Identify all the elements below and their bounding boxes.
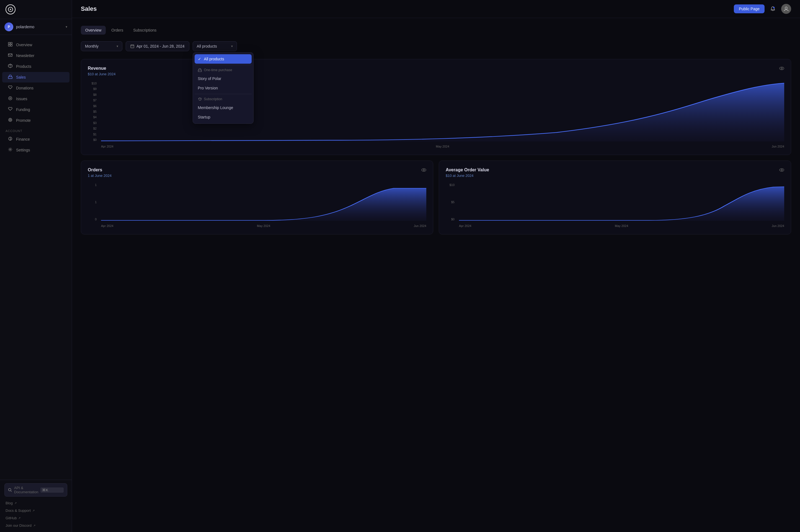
dropdown-option-startup[interactable]: Startup xyxy=(195,112,252,122)
avg-order-chart-card: Average Order Value $10 at June 2024 $0 … xyxy=(439,160,791,234)
orders-chart-card: Orders 1 at June 2024 0 1 1 xyxy=(81,160,433,234)
dropdown-story-label: Story of Polar xyxy=(198,76,222,81)
user-avatar[interactable] xyxy=(781,4,791,14)
footer-link-blog-label: Blog xyxy=(5,501,13,505)
sidebar-item-issues[interactable]: Issues xyxy=(2,94,70,104)
sidebar-item-donations-label: Donations xyxy=(16,86,34,90)
dropdown-all-label: All products xyxy=(204,57,224,61)
svg-point-19 xyxy=(780,67,784,70)
sidebar-item-settings[interactable]: Settings xyxy=(2,145,70,155)
orders-chart-title: Orders xyxy=(88,168,426,172)
sidebar-item-promote-label: Promote xyxy=(16,118,31,122)
chevron-down-icon: ▾ xyxy=(117,44,118,48)
footer-link-discord[interactable]: Join our Discord ↗ xyxy=(4,522,67,529)
sidebar-item-donations[interactable]: Donations xyxy=(2,83,70,93)
app-logo xyxy=(5,4,16,14)
sidebar-item-products[interactable]: Products xyxy=(2,61,70,72)
orders-chart-area: 0 1 1 xyxy=(88,183,426,228)
svg-rect-17 xyxy=(131,45,134,48)
avg-order-svg xyxy=(459,183,784,221)
public-page-button[interactable]: Public Page xyxy=(734,4,765,13)
account-switcher[interactable]: P polardemo ▾ xyxy=(0,19,72,35)
orders-visibility-button[interactable] xyxy=(421,168,426,174)
account-section-label: ACCOUNT xyxy=(0,126,72,134)
settings-icon xyxy=(8,147,13,153)
external-link-icon: ↗ xyxy=(18,516,20,519)
avg-order-x-labels: Apr 2024 May 2024 Jun 2024 xyxy=(459,224,784,228)
sidebar-item-newsletter[interactable]: Newsletter xyxy=(2,50,70,61)
svg-point-23 xyxy=(780,169,784,171)
sidebar-item-promote[interactable]: Promote xyxy=(2,115,70,126)
filters-row: Monthly ▾ Apr 01, 2024 - Jun 28, 2024 Al… xyxy=(81,41,791,51)
footer-link-docs[interactable]: Docs & Support ↗ xyxy=(4,507,67,514)
tab-overview[interactable]: Overview xyxy=(81,26,106,35)
avg-order-chart-area: $0 $5 $10 xyxy=(446,183,784,228)
svg-point-15 xyxy=(773,7,775,8)
product-value: All products xyxy=(197,44,217,49)
dropdown-divider xyxy=(195,65,252,65)
charts-row: Orders 1 at June 2024 0 1 1 xyxy=(81,160,791,240)
sidebar-item-funding[interactable]: Funding xyxy=(2,104,70,115)
period-filter[interactable]: Monthly ▾ xyxy=(81,41,122,51)
svg-rect-18 xyxy=(198,70,202,72)
sidebar-item-overview-label: Overview xyxy=(16,43,32,47)
dropdown-option-membership-lounge[interactable]: Membership Lounge xyxy=(195,103,252,112)
dropdown-option-story-of-polar[interactable]: Story of Polar xyxy=(195,74,252,83)
period-value: Monthly xyxy=(85,44,98,49)
notifications-button[interactable] xyxy=(768,4,778,14)
tab-orders[interactable]: Orders xyxy=(107,26,128,35)
sidebar-item-sales[interactable]: Sales xyxy=(2,72,70,82)
calendar-icon xyxy=(130,44,134,48)
external-link-icon: ↗ xyxy=(33,524,35,527)
search-placeholder: API & Documentation xyxy=(14,486,38,494)
dropdown-membership-label: Membership Lounge xyxy=(198,106,233,110)
main-content: Sales Public Page Overview Orders Subscr… xyxy=(72,0,800,532)
overview-icon xyxy=(8,42,13,48)
check-icon: ✓ xyxy=(198,57,201,61)
sales-icon xyxy=(8,74,13,80)
revenue-chart-subtitle: $10 at June 2024 xyxy=(88,72,784,76)
svg-point-22 xyxy=(423,169,425,171)
avg-order-visibility-button[interactable] xyxy=(779,168,784,174)
revenue-visibility-button[interactable] xyxy=(779,66,784,72)
product-filter-container: All products ▾ ✓ All products One-time p… xyxy=(193,41,237,51)
svg-point-13 xyxy=(10,149,11,150)
sidebar-item-products-label: Products xyxy=(16,64,31,69)
donations-icon xyxy=(8,85,13,91)
products-icon xyxy=(8,64,13,69)
dropdown-section-one-time: One-time purchase xyxy=(195,66,252,74)
newsletter-icon xyxy=(8,53,13,58)
avg-order-y-labels: $0 $5 $10 xyxy=(446,183,457,221)
product-filter[interactable]: All products ▾ xyxy=(193,41,237,51)
footer-link-discord-label: Join our Discord xyxy=(5,524,32,528)
svg-point-21 xyxy=(422,169,426,171)
dropdown-pro-label: Pro Version xyxy=(198,86,218,90)
dropdown-section-subscription: Subscription xyxy=(195,95,252,103)
svg-rect-6 xyxy=(8,77,12,79)
account-avatar: P xyxy=(4,22,13,31)
sidebar-item-overview[interactable]: Overview xyxy=(2,40,70,50)
tab-subscriptions[interactable]: Subscriptions xyxy=(129,26,161,35)
dropdown-option-pro-version[interactable]: Pro Version xyxy=(195,83,252,93)
issues-icon xyxy=(8,96,13,101)
funding-icon xyxy=(8,107,13,112)
svg-point-7 xyxy=(8,97,12,100)
section-one-time-label: One-time purchase xyxy=(204,68,232,72)
revenue-chart-area: $0 $1 $2 $3 $4 $5 $6 $7 $8 $9 $10 xyxy=(88,82,784,148)
search-bar[interactable]: API & Documentation ⌘K xyxy=(4,483,67,497)
dropdown-option-all-products[interactable]: ✓ All products xyxy=(195,54,252,64)
finance-icon xyxy=(8,136,13,142)
chevron-down-icon: ▾ xyxy=(231,44,233,48)
footer-link-blog[interactable]: Blog ↗ xyxy=(4,500,67,506)
main-nav: Overview Newsletter Products Sales Donat… xyxy=(0,35,72,480)
date-range-filter[interactable]: Apr 01, 2024 - Jun 28, 2024 xyxy=(126,41,189,51)
date-range-value: Apr 01, 2024 - Jun 28, 2024 xyxy=(136,44,185,49)
search-shortcut: ⌘K xyxy=(40,488,64,493)
avg-order-chart-subtitle: $10 at June 2024 xyxy=(446,174,784,178)
footer-links: Blog ↗ Docs & Support ↗ GitHub ↗ Join ou… xyxy=(4,500,67,529)
svg-rect-5 xyxy=(8,54,12,56)
sidebar-item-finance[interactable]: Finance xyxy=(2,134,70,145)
footer-link-github[interactable]: GitHub ↗ xyxy=(4,515,67,521)
avg-order-chart-plot xyxy=(459,183,784,221)
footer-link-github-label: GitHub xyxy=(5,516,17,520)
